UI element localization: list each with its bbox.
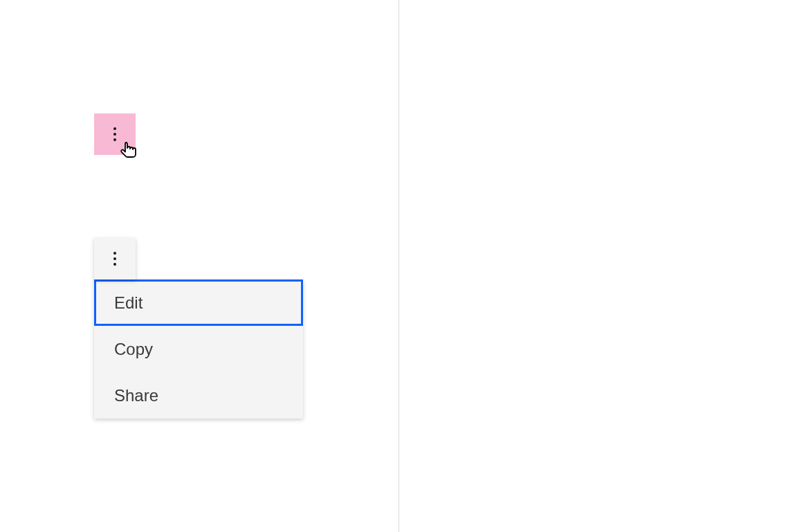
menu-item-share[interactable]: Share	[94, 372, 303, 419]
right-panel: Edit Copy Share	[398, 0, 797, 532]
overflow-menu: Edit Copy Share	[94, 279, 303, 419]
kebab-icon	[113, 127, 116, 141]
kebab-icon	[113, 252, 116, 266]
left-panel: Edit Copy Share	[0, 0, 398, 532]
menu-item-edit[interactable]: Edit	[94, 279, 303, 326]
menu-item-copy[interactable]: Copy	[94, 326, 303, 372]
menu-item-label: Copy	[114, 340, 153, 359]
menu-item-label: Edit	[114, 293, 143, 313]
overflow-menu-trigger-open[interactable]	[94, 238, 136, 279]
overflow-menu-trigger-hover[interactable]	[94, 113, 136, 155]
menu-item-label: Share	[114, 386, 158, 405]
